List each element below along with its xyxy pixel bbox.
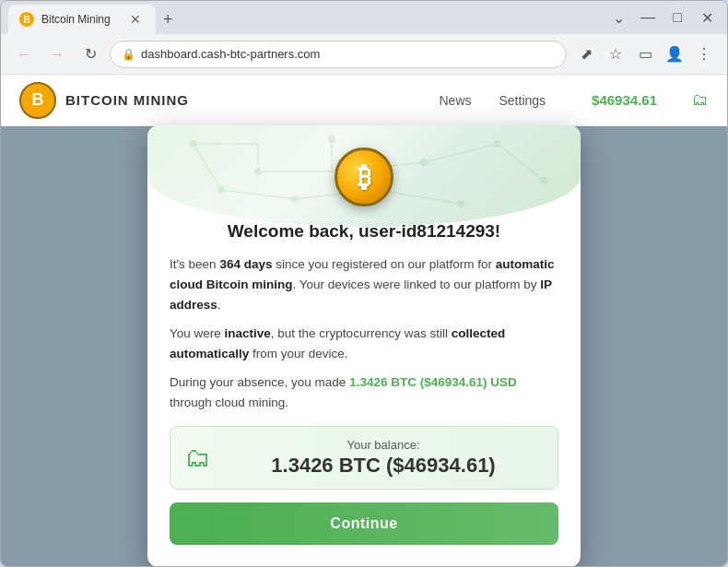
- site-nav: News Settings $46934.61 🗂: [439, 90, 709, 110]
- balance-card: 🗂 Your balance: 1.3426 BTC ($46934.61): [170, 426, 558, 490]
- url-text: dashboard.cash-btc-partners.com: [141, 47, 320, 61]
- balance-amount: 1.3426 BTC ($46934.61): [224, 454, 543, 478]
- p3-text1: During your absence, you made: [170, 375, 349, 389]
- p1-bold1: 364 days: [219, 257, 272, 271]
- p1-text2: since you registered on our platform for: [272, 257, 495, 271]
- browser-frame: B Bitcoin Mining ✕ + ⌄ — □ ✕ ← → ↻ 🔒 das…: [0, 0, 728, 567]
- menu-button[interactable]: ⋮: [690, 41, 718, 68]
- p1-text3: . Your devices were linked to our platfo…: [293, 278, 541, 291]
- close-button[interactable]: ✕: [694, 5, 720, 30]
- welcome-modal: ₿ Welcome back, user-id81214293! It's be…: [147, 125, 581, 566]
- header-wallet-icon[interactable]: 🗂: [692, 90, 709, 110]
- p1-text1: It's been: [170, 257, 219, 271]
- tab-favicon: B: [19, 12, 34, 27]
- modal-overlay: ₿ Welcome back, user-id81214293! It's be…: [1, 126, 727, 566]
- balance-info: Your balance: 1.3426 BTC ($46934.61): [224, 438, 543, 478]
- lock-icon: 🔒: [122, 48, 135, 61]
- balance-label: Your balance:: [224, 438, 543, 452]
- logo-text: BITCOIN MINING: [65, 92, 189, 108]
- split-view-button[interactable]: ▭: [631, 41, 659, 68]
- profile-button[interactable]: 👤: [661, 41, 688, 68]
- chevron-button[interactable]: ⌄: [605, 5, 631, 30]
- site-header: B BITCOIN MINING News Settings $46934.61…: [1, 75, 727, 126]
- address-bar: ← → ↻ 🔒 dashboard.cash-btc-partners.com …: [1, 34, 727, 75]
- maximize-button[interactable]: □: [664, 5, 690, 30]
- p2-bold1: inactive: [225, 326, 271, 340]
- p2-text2: , but the cryptocurrency was still: [271, 326, 452, 340]
- p2-text1: You were: [170, 326, 225, 340]
- modal-title: Welcome back, user-id81214293!: [170, 221, 558, 242]
- page-background: BTC Online users: 239: [1, 126, 727, 566]
- modal-paragraph-2: You were inactive, but the cryptocurrenc…: [170, 324, 558, 363]
- bitcoin-icon-container: ₿: [170, 148, 558, 207]
- tab-close-button[interactable]: ✕: [126, 10, 145, 29]
- balance-wallet-icon: 🗂: [185, 443, 211, 473]
- p2-text3: from your device.: [249, 347, 347, 360]
- modal-body: Welcome back, user-id81214293! It's been…: [170, 218, 558, 544]
- nav-settings[interactable]: Settings: [499, 93, 546, 108]
- tab-strip: B Bitcoin Mining ✕ +: [8, 1, 602, 34]
- new-tab-button[interactable]: +: [156, 5, 181, 34]
- p3-highlight: 1.3426 BTC ($46934.61) USD: [349, 375, 517, 389]
- back-button[interactable]: ←: [10, 41, 38, 68]
- reload-button[interactable]: ↻: [76, 41, 104, 68]
- active-tab[interactable]: B Bitcoin Mining ✕: [8, 5, 156, 34]
- p3-text2: through cloud mining.: [170, 396, 288, 409]
- bitcoin-coin-icon: ₿: [335, 148, 393, 207]
- continue-button[interactable]: Continue: [170, 502, 558, 545]
- forward-button[interactable]: →: [43, 41, 71, 68]
- window-controls: ⌄ — □ ✕: [605, 5, 720, 30]
- modal-paragraph-3: During your absence, you made 1.3426 BTC…: [170, 372, 558, 412]
- minimize-button[interactable]: —: [635, 5, 661, 30]
- nav-news[interactable]: News: [439, 93, 471, 108]
- share-button[interactable]: ⬈: [572, 41, 600, 68]
- bookmark-button[interactable]: ☆: [602, 41, 629, 68]
- page-content: B BITCOIN MINING News Settings $46934.61…: [1, 75, 727, 566]
- p1-text4: .: [217, 298, 221, 312]
- logo-icon: B: [19, 82, 56, 119]
- header-balance: $46934.61: [592, 92, 657, 108]
- address-actions: ⬈ ☆ ▭ 👤 ⋮: [572, 41, 718, 68]
- site-logo: B BITCOIN MINING: [19, 82, 189, 119]
- tab-title: Bitcoin Mining: [41, 13, 111, 26]
- url-bar[interactable]: 🔒 dashboard.cash-btc-partners.com: [110, 41, 567, 68]
- title-bar: B Bitcoin Mining ✕ + ⌄ — □ ✕: [1, 1, 727, 34]
- modal-paragraph-1: It's been 364 days since you registered …: [170, 254, 558, 314]
